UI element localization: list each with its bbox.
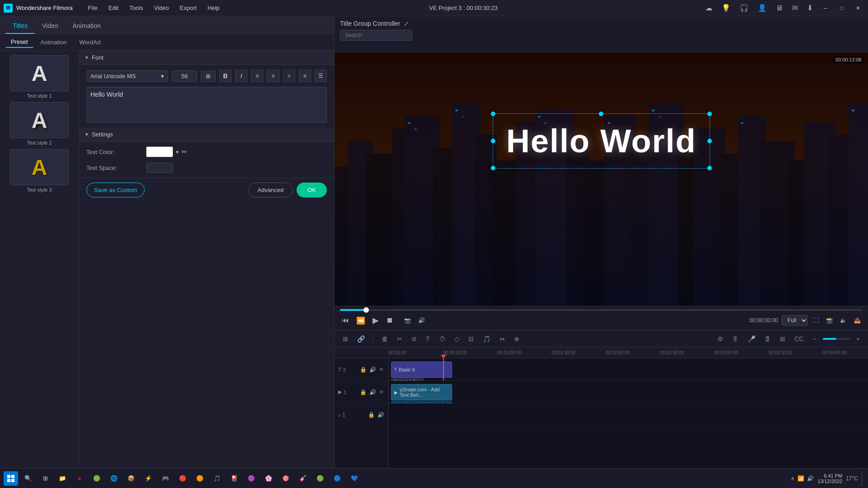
skip-start-button[interactable]: ⏮: [340, 314, 351, 326]
preset-item-2[interactable]: A Text style 2: [5, 102, 74, 145]
text-tool-button[interactable]: T: [423, 333, 433, 344]
tgc-expand-icon[interactable]: ⤢: [404, 20, 409, 27]
speed-button[interactable]: ⏱: [436, 333, 448, 344]
track-2-lock[interactable]: 🔒: [359, 366, 367, 373]
font-size-input[interactable]: 56: [172, 70, 197, 82]
show-desktop-button[interactable]: [862, 471, 864, 486]
taskbar-network-icon[interactable]: 📶: [797, 475, 804, 482]
subtab-wordart[interactable]: WordArt: [74, 37, 106, 47]
bold-button[interactable]: B: [219, 70, 231, 82]
handle-top-right[interactable]: [707, 112, 712, 116]
audio-settings-button[interactable]: 🎛: [762, 333, 774, 344]
menu-edit[interactable]: Edit: [104, 4, 123, 12]
delete-button[interactable]: 🗑: [379, 333, 391, 344]
taskbar-app-11[interactable]: 🟣: [244, 471, 259, 486]
taskbar-app-13[interactable]: 🎯: [278, 471, 293, 486]
taskbar-volume-icon[interactable]: 🔊: [807, 475, 814, 482]
progress-thumb[interactable]: [363, 307, 369, 313]
track-1-lock[interactable]: 🔒: [359, 389, 367, 396]
export-button[interactable]: 📤: [852, 315, 863, 325]
taskbar-app-4[interactable]: 📦: [124, 471, 138, 486]
tgc-search-input[interactable]: [340, 30, 412, 41]
play-button[interactable]: ▶: [371, 314, 381, 327]
align-center-button[interactable]: ≡: [267, 70, 279, 82]
menu-help[interactable]: Help: [203, 4, 224, 12]
handle-top-left[interactable]: [491, 112, 495, 116]
bulb-icon[interactable]: 💡: [719, 3, 733, 13]
copy-button[interactable]: ⊘: [409, 333, 420, 344]
menu-export[interactable]: Export: [175, 4, 202, 12]
settings-button[interactable]: ⚙: [715, 333, 726, 344]
handle-middle-left[interactable]: [491, 139, 495, 143]
video-clip[interactable]: ▶ y2mate.com - Add Text Beh...: [391, 384, 452, 400]
menu-tools[interactable]: Tools: [125, 4, 147, 12]
audio-track-button[interactable]: 🎵: [480, 333, 493, 344]
zoom-select[interactable]: Full: [782, 315, 808, 326]
italic-button[interactable]: I: [235, 70, 247, 82]
eyedropper-button[interactable]: ✏: [182, 148, 187, 155]
taskbar-app-6[interactable]: 🎮: [158, 471, 173, 486]
start-button[interactable]: [4, 471, 18, 486]
keyframe-button[interactable]: ⊟: [466, 333, 476, 344]
taskbar-clock[interactable]: 6:41 PM 13/12/2022: [817, 473, 842, 484]
taskbar-app-12[interactable]: 🌸: [261, 471, 276, 486]
add-media-button[interactable]: ⊞: [340, 333, 351, 344]
font-family-select[interactable]: Arial Unicode MS ▾: [86, 70, 168, 82]
tab-video[interactable]: Video: [35, 19, 66, 34]
progress-bar[interactable]: [340, 309, 863, 311]
align-option-button[interactable]: ☰: [315, 70, 327, 82]
close-button[interactable]: ✕: [852, 2, 864, 14]
fullscreen-button[interactable]: ⛶: [811, 315, 821, 325]
align-right-button[interactable]: ≡: [283, 70, 295, 82]
download-icon[interactable]: ⬇: [804, 3, 816, 13]
handle-bottom-left[interactable]: [491, 166, 495, 170]
camera-button[interactable]: 📸: [824, 315, 835, 325]
taskbar-app-7[interactable]: 🔴: [175, 471, 190, 486]
taskbar-app-16[interactable]: 💙: [347, 471, 362, 486]
text-space-input[interactable]: 0: [146, 163, 173, 173]
zoom-in-button[interactable]: +: [854, 333, 863, 344]
track-settings-button[interactable]: 🎚: [730, 333, 741, 344]
preset-item-1[interactable]: A Text style 1: [5, 55, 74, 99]
link-button[interactable]: 🔗: [354, 333, 368, 344]
align-left-button[interactable]: ≡: [251, 70, 263, 82]
headset-icon[interactable]: 🎧: [737, 3, 751, 13]
zoom-out-button[interactable]: −: [810, 333, 819, 344]
taskbar-app-15[interactable]: 🔵: [330, 471, 344, 486]
snapshot-button[interactable]: 📷: [402, 315, 413, 325]
captions-button[interactable]: CC: [792, 333, 806, 344]
taskbar-up-arrow[interactable]: ∧: [791, 475, 795, 482]
save-custom-button[interactable]: Save as Custom: [86, 183, 145, 197]
handle-middle-right[interactable]: [707, 139, 712, 143]
pip-button[interactable]: ⊞: [777, 333, 788, 344]
tab-titles[interactable]: Titles: [5, 19, 35, 34]
user-icon[interactable]: 👤: [755, 3, 769, 13]
ok-button[interactable]: OK: [297, 183, 327, 197]
taskbar-app-8[interactable]: 🟠: [193, 471, 207, 486]
text-input-area[interactable]: Hello World: [86, 87, 327, 123]
color-preview[interactable]: [146, 146, 173, 157]
audio-button[interactable]: 🔊: [416, 315, 427, 325]
devices-icon[interactable]: 🖥: [773, 3, 786, 13]
track-2-eye[interactable]: 👁: [378, 366, 385, 373]
taskview-button[interactable]: ⊞: [38, 471, 52, 486]
search-taskbar-button[interactable]: 🔍: [21, 471, 35, 486]
taskbar-chrome[interactable]: 🌐: [107, 471, 121, 486]
mail-icon[interactable]: ✉: [789, 3, 801, 13]
subtab-animation[interactable]: Animation: [35, 37, 72, 47]
align-justify-button[interactable]: ≡: [299, 70, 311, 82]
tab-animation[interactable]: Animation: [66, 19, 108, 34]
play-prev-button[interactable]: ⏪: [354, 314, 367, 327]
taskbar-app-3[interactable]: 🟢: [90, 471, 104, 486]
maximize-button[interactable]: □: [835, 2, 848, 14]
handle-top-middle[interactable]: [599, 112, 604, 116]
advanced-button[interactable]: Advanced: [248, 183, 293, 197]
split-button[interactable]: ⊕: [511, 333, 522, 344]
taskbar-app-1[interactable]: 📁: [55, 471, 70, 486]
font-section-header[interactable]: ▼ Font: [79, 51, 334, 65]
volume-button[interactable]: 🔈: [838, 315, 849, 325]
taskbar-app-9[interactable]: 🎵: [210, 471, 224, 486]
subtab-preset[interactable]: Preset: [5, 37, 33, 48]
taskbar-app-10[interactable]: 🎴: [227, 471, 241, 486]
minimize-button[interactable]: ─: [819, 2, 832, 14]
